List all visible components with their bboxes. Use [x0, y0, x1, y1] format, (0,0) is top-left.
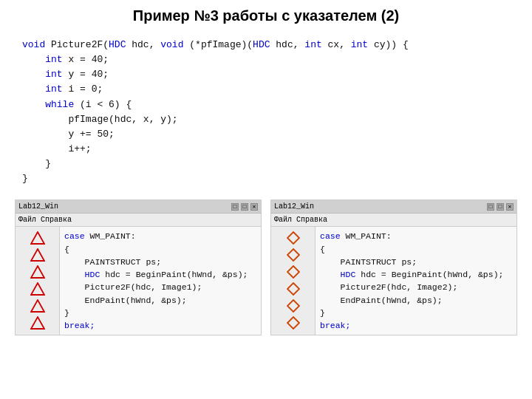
triangle-icon-3 — [30, 265, 45, 279]
card1-title: Lab12_Win — [18, 201, 58, 212]
svg-marker-0 — [31, 232, 44, 244]
card2-code-line-3: PAINTSTRUCT ps; — [320, 256, 512, 268]
code-line-5: while (i < 6) { — [22, 98, 510, 112]
card2-code-line-8: break; — [320, 319, 512, 332]
diamond-icon-5 — [287, 299, 300, 313]
diamond-icon-3 — [287, 265, 300, 279]
svg-marker-8 — [287, 266, 299, 278]
svg-marker-7 — [287, 249, 299, 261]
card1-maximize-btn[interactable]: □ — [241, 203, 248, 211]
card2-code-line-5: Picture2F(hdc, Image2); — [320, 281, 512, 293]
card2-window-buttons: □ □ ✕ — [487, 203, 514, 211]
code-line-6: pfImage(hdc, x, y); — [22, 112, 510, 127]
triangle-icon-5 — [30, 299, 45, 313]
svg-marker-4 — [31, 300, 44, 312]
diamond-icon-1 — [287, 231, 300, 245]
triangle-icon-1 — [30, 231, 45, 245]
card2-shapes — [271, 227, 316, 335]
svg-marker-5 — [31, 317, 44, 329]
card1-window-buttons: □ □ ✕ — [231, 203, 258, 211]
screenshot-card-1: Lab12_Win □ □ ✕ Файл Справка — [15, 200, 262, 335]
card2-maximize-btn[interactable]: □ — [497, 203, 504, 211]
card2-title: Lab12_Win — [274, 201, 314, 212]
code-line-7: y += 50; — [22, 127, 510, 142]
card2-content: case WM_PAINT: { PAINTSTRUCT ps; HDC hdc… — [271, 227, 516, 335]
card1-close-btn[interactable]: ✕ — [250, 203, 258, 211]
page: Пример №3 работы с указателем (2) void P… — [0, 0, 532, 399]
card2-code-line-7: } — [320, 307, 512, 319]
card2-code-line-6: EndPaint(hWnd, &ps); — [320, 294, 512, 307]
page-title: Пример №3 работы с указателем (2) — [15, 7, 517, 24]
card1-code: case WM_PAINT: { PAINTSTRUCT ps; HDC hdc… — [60, 227, 261, 335]
code-line-1: void Picture2F(HDC hdc, void (*pfImage)(… — [22, 38, 510, 52]
triangle-icon-2 — [30, 248, 45, 262]
svg-marker-11 — [287, 317, 299, 329]
svg-marker-10 — [287, 300, 299, 312]
screenshots-row: Lab12_Win □ □ ✕ Файл Справка — [15, 200, 517, 335]
screenshot-card-2: Lab12_Win □ □ ✕ Файл Справка — [270, 200, 517, 335]
card2-close-btn[interactable]: ✕ — [506, 203, 514, 211]
code-line-2: int x = 40; — [22, 52, 510, 67]
card1-code-line-6: EndPaint(hWnd, &ps); — [64, 294, 256, 307]
diamond-icon-6 — [287, 316, 300, 330]
triangle-icon-4 — [30, 282, 45, 296]
svg-marker-2 — [31, 266, 44, 278]
svg-marker-9 — [287, 283, 299, 295]
card2-titlebar: Lab12_Win □ □ ✕ — [271, 200, 516, 214]
card1-code-line-7: } — [64, 307, 256, 319]
code-line-10: } — [22, 171, 510, 186]
card1-titlebar: Lab12_Win □ □ ✕ — [16, 200, 261, 214]
triangle-icon-6 — [30, 316, 45, 330]
svg-marker-3 — [31, 283, 44, 295]
card1-code-line-2: { — [64, 243, 256, 256]
card1-code-line-8: break; — [64, 319, 256, 332]
code-line-8: i++; — [22, 142, 510, 157]
code-line-3: int y = 40; — [22, 67, 510, 82]
card2-menu[interactable]: Файл Справка — [271, 214, 516, 227]
card1-code-line-5: Picture2F(hdc, Image1); — [64, 281, 256, 293]
diamond-icon-4 — [287, 282, 300, 296]
code-line-4: int i = 0; — [22, 82, 510, 97]
main-code-block: void Picture2F(HDC hdc, void (*pfImage)(… — [15, 35, 517, 189]
svg-marker-1 — [31, 249, 44, 261]
card2-code-line-4: HDC hdc = BeginPaint(hWnd, &ps); — [320, 268, 512, 281]
card1-minimize-btn[interactable]: □ — [231, 203, 239, 211]
card2-code-line-1: case WM_PAINT: — [320, 230, 512, 242]
diamond-icon-2 — [287, 248, 300, 262]
card1-shapes — [16, 227, 60, 335]
code-line-9: } — [22, 157, 510, 171]
card1-menu[interactable]: Файл Справка — [16, 214, 261, 227]
svg-marker-6 — [287, 232, 299, 244]
card1-content: case WM_PAINT: { PAINTSTRUCT ps; HDC hdc… — [16, 227, 261, 335]
card1-code-line-3: PAINTSTRUCT ps; — [64, 256, 256, 268]
card2-code: case WM_PAINT: { PAINTSTRUCT ps; HDC hdc… — [316, 227, 516, 335]
card1-code-line-4: HDC hdc = BeginPaint(hWnd, &ps); — [64, 268, 256, 281]
card1-code-line-1: case WM_PAINT: — [64, 230, 256, 242]
card2-code-line-2: { — [320, 243, 512, 256]
card2-minimize-btn[interactable]: □ — [487, 203, 494, 211]
